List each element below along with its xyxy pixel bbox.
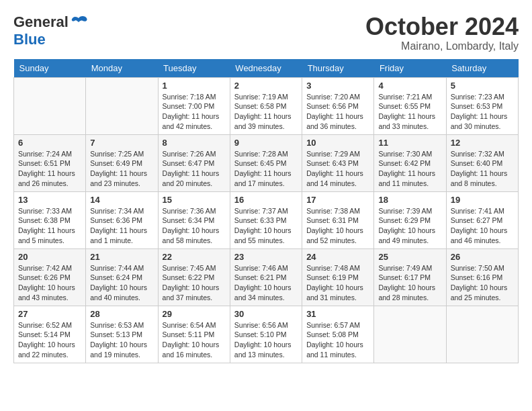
calendar-day-cell: 24Sunrise: 7:48 AM Sunset: 6:19 PM Dayli… [302,248,374,306]
day-number: 28 [90,309,153,319]
calendar-day-cell: 13Sunrise: 7:33 AM Sunset: 6:38 PM Dayli… [14,191,86,248]
day-detail: Sunrise: 6:56 AM Sunset: 5:10 PM Dayligh… [234,320,298,360]
calendar-week-row: 20Sunrise: 7:42 AM Sunset: 6:26 PM Dayli… [14,248,519,306]
calendar-day-cell: 16Sunrise: 7:37 AM Sunset: 6:33 PM Dayli… [230,191,302,248]
title-block: October 2024 Mairano, Lombardy, Italy [365,13,519,52]
calendar-day-cell: 25Sunrise: 7:49 AM Sunset: 6:17 PM Dayli… [374,248,446,306]
calendar-day-cell [374,306,446,363]
day-number: 21 [90,252,153,262]
day-number: 18 [378,195,441,205]
day-number: 22 [163,252,226,262]
calendar-day-cell: 5Sunrise: 7:23 AM Sunset: 6:53 PM Daylig… [446,77,518,134]
logo-blue-word: Blue [13,31,46,48]
day-number: 5 [451,81,514,91]
day-detail: Sunrise: 7:41 AM Sunset: 6:27 PM Dayligh… [451,206,514,246]
location-text: Mairano, Lombardy, Italy [365,40,519,52]
calendar-day-cell: 30Sunrise: 6:56 AM Sunset: 5:10 PM Dayli… [230,306,302,363]
calendar-day-cell: 12Sunrise: 7:32 AM Sunset: 6:40 PM Dayli… [446,134,518,191]
month-title: October 2024 [365,13,519,40]
day-detail: Sunrise: 7:25 AM Sunset: 6:49 PM Dayligh… [90,149,153,189]
day-detail: Sunrise: 7:42 AM Sunset: 6:26 PM Dayligh… [18,263,81,303]
calendar-day-cell: 23Sunrise: 7:46 AM Sunset: 6:21 PM Dayli… [230,248,302,306]
day-detail: Sunrise: 6:53 AM Sunset: 5:13 PM Dayligh… [90,320,153,360]
page-header: General Blue October 2024 Mairano, Lomba… [13,13,519,52]
day-detail: Sunrise: 7:45 AM Sunset: 6:22 PM Dayligh… [163,263,226,303]
logo-blue-text [69,13,89,31]
calendar-day-cell: 10Sunrise: 7:29 AM Sunset: 6:43 PM Dayli… [302,134,374,191]
day-detail: Sunrise: 7:19 AM Sunset: 6:58 PM Dayligh… [234,92,298,132]
day-of-week-header: Tuesday [158,59,230,78]
day-number: 30 [234,309,298,319]
day-number: 19 [451,195,514,205]
calendar-week-row: 27Sunrise: 6:52 AM Sunset: 5:14 PM Dayli… [14,306,519,363]
calendar-day-cell: 4Sunrise: 7:21 AM Sunset: 6:55 PM Daylig… [374,77,446,134]
calendar-day-cell: 15Sunrise: 7:36 AM Sunset: 6:34 PM Dayli… [158,191,230,248]
calendar-day-cell: 21Sunrise: 7:44 AM Sunset: 6:24 PM Dayli… [86,248,158,306]
calendar-day-cell: 2Sunrise: 7:19 AM Sunset: 6:58 PM Daylig… [230,77,302,134]
calendar-day-cell: 7Sunrise: 7:25 AM Sunset: 6:49 PM Daylig… [86,134,158,191]
calendar-day-cell: 26Sunrise: 7:50 AM Sunset: 6:16 PM Dayli… [446,248,518,306]
day-detail: Sunrise: 7:21 AM Sunset: 6:55 PM Dayligh… [378,92,441,132]
day-number: 2 [234,81,298,91]
calendar-week-row: 13Sunrise: 7:33 AM Sunset: 6:38 PM Dayli… [14,191,519,248]
day-detail: Sunrise: 7:33 AM Sunset: 6:38 PM Dayligh… [18,206,81,246]
day-number: 12 [451,138,514,148]
day-number: 11 [378,138,441,148]
calendar-week-row: 1Sunrise: 7:18 AM Sunset: 7:00 PM Daylig… [14,77,519,134]
day-number: 23 [234,252,298,262]
day-of-week-header: Thursday [302,59,374,78]
calendar-day-cell: 29Sunrise: 6:54 AM Sunset: 5:11 PM Dayli… [158,306,230,363]
day-detail: Sunrise: 6:57 AM Sunset: 5:08 PM Dayligh… [306,320,369,360]
day-number: 26 [451,252,514,262]
day-detail: Sunrise: 7:26 AM Sunset: 6:47 PM Dayligh… [163,149,226,189]
logo: General Blue [13,13,89,48]
day-detail: Sunrise: 7:50 AM Sunset: 6:16 PM Dayligh… [451,263,514,303]
calendar-day-cell: 1Sunrise: 7:18 AM Sunset: 7:00 PM Daylig… [158,77,230,134]
day-number: 20 [18,252,81,262]
day-number: 27 [18,309,81,319]
calendar-table: SundayMondayTuesdayWednesdayThursdayFrid… [13,59,519,363]
day-number: 10 [306,138,369,148]
day-of-week-header: Sunday [14,59,86,78]
calendar-day-cell: 6Sunrise: 7:24 AM Sunset: 6:51 PM Daylig… [14,134,86,191]
logo-general-text: General [13,13,69,31]
day-number: 4 [378,81,441,91]
day-number: 14 [90,195,153,205]
calendar-day-cell: 17Sunrise: 7:38 AM Sunset: 6:31 PM Dayli… [302,191,374,248]
calendar-day-cell: 18Sunrise: 7:39 AM Sunset: 6:29 PM Dayli… [374,191,446,248]
calendar-day-cell: 22Sunrise: 7:45 AM Sunset: 6:22 PM Dayli… [158,248,230,306]
calendar-week-row: 6Sunrise: 7:24 AM Sunset: 6:51 PM Daylig… [14,134,519,191]
calendar-day-cell [86,77,158,134]
calendar-day-cell: 14Sunrise: 7:34 AM Sunset: 6:36 PM Dayli… [86,191,158,248]
day-number: 15 [163,195,226,205]
day-detail: Sunrise: 7:18 AM Sunset: 7:00 PM Dayligh… [163,92,226,132]
calendar-header-row: SundayMondayTuesdayWednesdayThursdayFrid… [14,59,519,78]
day-number: 7 [90,138,153,148]
day-number: 13 [18,195,81,205]
day-detail: Sunrise: 6:52 AM Sunset: 5:14 PM Dayligh… [18,320,81,360]
day-number: 1 [163,81,226,91]
day-detail: Sunrise: 7:34 AM Sunset: 6:36 PM Dayligh… [90,206,153,246]
day-number: 25 [378,252,441,262]
day-detail: Sunrise: 6:54 AM Sunset: 5:11 PM Dayligh… [163,320,226,360]
day-detail: Sunrise: 7:49 AM Sunset: 6:17 PM Dayligh… [378,263,441,303]
day-number: 6 [18,138,81,148]
calendar-day-cell: 28Sunrise: 6:53 AM Sunset: 5:13 PM Dayli… [86,306,158,363]
day-detail: Sunrise: 7:39 AM Sunset: 6:29 PM Dayligh… [378,206,441,246]
day-detail: Sunrise: 7:44 AM Sunset: 6:24 PM Dayligh… [90,263,153,303]
day-detail: Sunrise: 7:46 AM Sunset: 6:21 PM Dayligh… [234,263,298,303]
day-detail: Sunrise: 7:30 AM Sunset: 6:42 PM Dayligh… [378,149,441,189]
calendar-day-cell: 31Sunrise: 6:57 AM Sunset: 5:08 PM Dayli… [302,306,374,363]
day-detail: Sunrise: 7:38 AM Sunset: 6:31 PM Dayligh… [306,206,369,246]
day-number: 24 [306,252,369,262]
day-number: 17 [306,195,369,205]
day-number: 8 [163,138,226,148]
day-detail: Sunrise: 7:36 AM Sunset: 6:34 PM Dayligh… [163,206,226,246]
day-detail: Sunrise: 7:32 AM Sunset: 6:40 PM Dayligh… [451,149,514,189]
day-of-week-header: Friday [374,59,446,78]
calendar-day-cell: 20Sunrise: 7:42 AM Sunset: 6:26 PM Dayli… [14,248,86,306]
day-detail: Sunrise: 7:23 AM Sunset: 6:53 PM Dayligh… [451,92,514,132]
calendar-day-cell: 3Sunrise: 7:20 AM Sunset: 6:56 PM Daylig… [302,77,374,134]
day-number: 31 [306,309,369,319]
calendar-day-cell: 19Sunrise: 7:41 AM Sunset: 6:27 PM Dayli… [446,191,518,248]
